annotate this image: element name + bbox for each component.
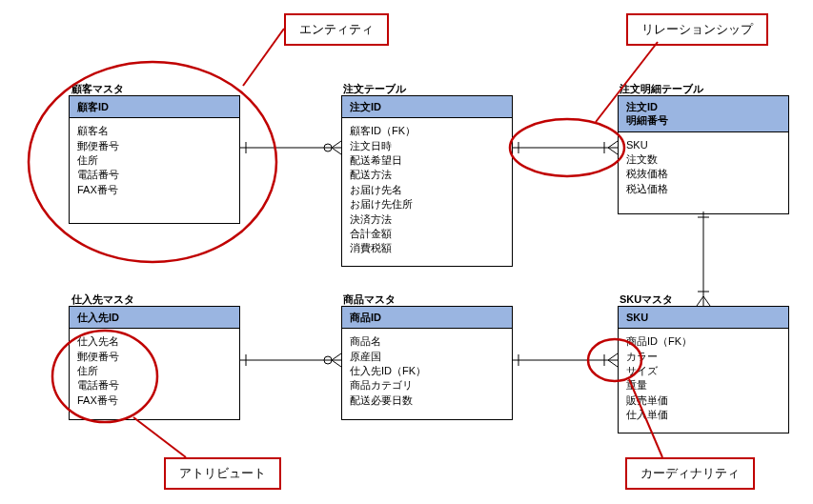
annotation-entity: エンティティ	[284, 13, 389, 46]
entity-order-detail-attrs: SKU 注文数 税抜価格 税込価格	[619, 132, 788, 213]
entity-product-pk: 商品ID	[342, 307, 512, 329]
attr: 消費税額	[350, 241, 504, 255]
entity-sku-attrs: 商品ID（FK） カラー サイズ 重量 販売単価 仕入単価	[619, 329, 788, 432]
attr: 商品ID（FK）	[626, 334, 781, 349]
attr: 配送方法	[350, 168, 504, 182]
entity-title-order-detail: 注文明細テーブル	[620, 82, 703, 96]
attr: 注文数	[626, 152, 781, 167]
svg-point-16	[510, 119, 624, 176]
attr: カラー	[626, 350, 781, 364]
entity-title-supplier: 仕入先マスタ	[71, 292, 134, 307]
entity-title-customer: 顧客マスタ	[71, 82, 124, 96]
attr: 顧客名	[77, 124, 232, 138]
entity-supplier-attrs: 仕入先名 郵便番号 住所 電話番号 FAX番号	[70, 329, 239, 419]
attr: 配送希望日	[350, 153, 504, 168]
entity-customer: 顧客ID 顧客名 郵便番号 住所 電話番号 FAX番号	[69, 95, 240, 224]
entity-title-sku: SKUマスタ	[620, 292, 673, 307]
attr: SKU	[626, 138, 781, 152]
annotation-cardinality: カーディナリティ	[625, 457, 755, 490]
entity-order: 注文ID 顧客ID（FK） 注文日時 配送希望日 配送方法 お届け先名 お届け先…	[341, 95, 513, 267]
entity-title-order: 注文テーブル	[343, 82, 406, 96]
attr: 郵便番号	[77, 139, 232, 153]
entity-order-attrs: 顧客ID（FK） 注文日時 配送希望日 配送方法 お届け先名 お届け先住所 決済…	[342, 118, 512, 266]
entity-product: 商品ID 商品名 原産国 仕入先ID（FK） 商品カテゴリ 配送必要日数	[341, 306, 513, 420]
entity-order-pk: 注文ID	[342, 96, 512, 118]
attr: 電話番号	[77, 168, 232, 182]
svg-point-8	[324, 356, 332, 364]
attr: 決済方法	[350, 212, 504, 227]
entity-supplier-pk: 仕入先ID	[70, 307, 239, 329]
attr: 郵便番号	[77, 350, 232, 364]
entity-sku: SKU 商品ID（FK） カラー サイズ 重量 販売単価 仕入単価	[618, 306, 789, 433]
entity-supplier: 仕入先ID 仕入先名 郵便番号 住所 電話番号 FAX番号	[69, 306, 240, 420]
attr: 原産国	[350, 350, 504, 364]
entity-customer-attrs: 顧客名 郵便番号 住所 電話番号 FAX番号	[70, 118, 239, 223]
entity-order-detail: 注文ID 明細番号 SKU 注文数 税抜価格 税込価格	[618, 95, 789, 214]
svg-point-2	[324, 144, 332, 151]
attr: 商品カテゴリ	[350, 378, 504, 393]
attr: 住所	[77, 153, 232, 168]
attr: 仕入先ID（FK）	[350, 364, 504, 378]
attr: 電話番号	[77, 378, 232, 393]
annotation-attribute: アトリビュート	[164, 457, 281, 490]
attr: お届け先名	[350, 183, 504, 197]
attr: 住所	[77, 364, 232, 378]
entity-order-detail-pk: 注文ID 明細番号	[619, 96, 788, 132]
entity-product-attrs: 商品名 原産国 仕入先ID（FK） 商品カテゴリ 配送必要日数	[342, 329, 512, 419]
pk-line: 注文ID	[626, 100, 781, 113]
attr: 税抜価格	[626, 167, 781, 181]
attr: 顧客ID（FK）	[350, 124, 504, 138]
attr: FAX番号	[77, 183, 232, 197]
attr: 仕入先名	[77, 334, 232, 349]
entity-customer-pk: 顧客ID	[70, 96, 239, 118]
attr: 配送必要日数	[350, 393, 504, 408]
attr: 税込価格	[626, 182, 781, 196]
attr: 重量	[626, 378, 781, 393]
attr: 商品名	[350, 334, 504, 349]
svg-line-19	[243, 29, 284, 86]
pk-line: 明細番号	[626, 113, 781, 127]
attr: 販売単価	[626, 393, 781, 408]
attr: 注文日時	[350, 139, 504, 153]
entity-sku-pk: SKU	[619, 307, 788, 329]
entity-title-product: 商品マスタ	[343, 292, 396, 307]
attr: FAX番号	[77, 393, 232, 408]
attr: 合計金額	[350, 227, 504, 241]
attr: 仕入単価	[626, 408, 781, 422]
svg-line-21	[133, 417, 186, 457]
attr: サイズ	[626, 364, 781, 378]
annotation-relationship: リレーションシップ	[626, 13, 768, 46]
attr: お届け先住所	[350, 197, 504, 212]
